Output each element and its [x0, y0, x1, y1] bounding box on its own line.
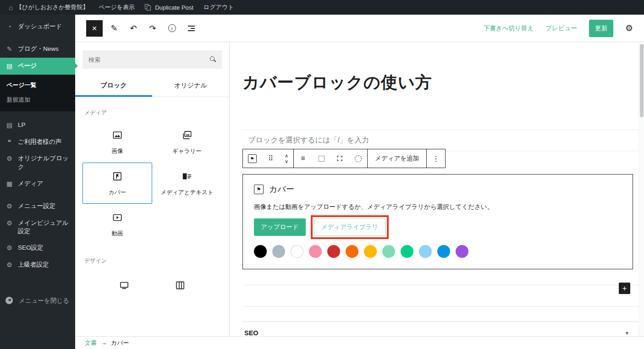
sidebar-item-original-block[interactable]: ⚙ オリジナルブロック	[0, 150, 75, 175]
close-icon: ×	[92, 23, 97, 33]
color-swatch-light-green[interactable]	[382, 245, 395, 258]
block-type-video[interactable]: 動画	[83, 204, 152, 245]
options-kebab-button[interactable]: ⋮	[427, 149, 445, 168]
color-swatch-gray[interactable]	[272, 245, 285, 258]
edit-mode-button[interactable]: ✎	[106, 20, 122, 37]
sidebar-item-testimonials[interactable]: ❝ ご利用者様の声	[0, 134, 75, 151]
duplicate-post-label: Duplicate Post	[155, 4, 193, 11]
block-type-gallery[interactable]: ギャラリー	[152, 121, 222, 163]
breadcrumb-current-block[interactable]: カバー	[111, 339, 129, 347]
sidebar-item-pages[interactable]: ▤ ページ	[0, 58, 75, 75]
sidebar-item-menu-settings[interactable]: ⚙ メニュー設定	[0, 198, 75, 215]
block-type-media-text[interactable]: メディアとテキスト	[152, 163, 222, 204]
color-swatch-orange[interactable]	[346, 245, 358, 258]
collapse-menu-button[interactable]: ◀ メニューを閉じる	[0, 293, 75, 309]
settings-gear-icon[interactable]: ⚙	[625, 23, 633, 33]
inner-width-icon	[319, 156, 325, 162]
full-height-toggle-button[interactable]	[330, 149, 349, 168]
color-swatch-pink[interactable]	[309, 245, 322, 258]
block-type-label: ギャラリー	[172, 147, 202, 156]
group-block-icon[interactable]	[118, 279, 130, 291]
pages-submenu: ページ一覧 新規追加	[0, 75, 75, 111]
site-menu[interactable]: ⌂ 【ひがしおおさか整骨院】	[4, 0, 94, 15]
upload-button[interactable]: アップロード	[254, 218, 306, 236]
redo-button[interactable]: ↷	[145, 20, 160, 37]
image-block-icon	[111, 129, 123, 141]
info-icon: i	[168, 24, 176, 32]
sidebar-item-label: SEO設定	[18, 244, 44, 252]
breadcrumb-document[interactable]: 文書	[85, 339, 97, 347]
preview-button[interactable]: プレビュー	[545, 24, 577, 33]
duotone-filter-button[interactable]	[349, 149, 367, 168]
block-type-cover[interactable]: カバー	[83, 163, 152, 204]
sidebar-item-label: 上級者設定	[18, 261, 49, 269]
block-appender[interactable]: +	[242, 285, 638, 307]
add-block-button[interactable]: +	[619, 283, 630, 294]
color-swatch-amber[interactable]	[364, 245, 377, 258]
submenu-item-add-new[interactable]: 新規追加	[0, 93, 75, 107]
add-media-button[interactable]: メディアを追加	[368, 154, 426, 163]
sidebar-item-main-visual-settings[interactable]: ⚙ メインビジュアル設定	[0, 215, 75, 240]
duplicate-post-icon	[145, 4, 152, 11]
cover-block-header: ⚑ カバー	[254, 184, 622, 195]
block-search-input[interactable]	[83, 50, 222, 69]
post-title-field[interactable]: カバーブロックの使い方	[242, 71, 638, 94]
admin-bar: ⌂ 【ひがしおおさか整骨院】 ページを表示 Duplicate Post ログア…	[0, 0, 644, 15]
media-library-button[interactable]: メディアライブラリ	[314, 218, 385, 236]
sidebar-item-label: ダッシュボード	[18, 22, 62, 31]
pages-icon: ▤	[6, 62, 13, 71]
move-down-icon[interactable]: ∨	[285, 158, 288, 164]
sidebar-item-lp[interactable]: ▤ LP	[0, 117, 75, 134]
color-swatch-green[interactable]	[401, 245, 413, 258]
tab-original[interactable]: オリジナル	[152, 75, 229, 97]
drag-handle[interactable]: ⠿	[261, 149, 280, 168]
submenu-item-page-list[interactable]: ページ一覧	[0, 78, 75, 93]
toolbar-group-options: ⋮	[427, 149, 445, 168]
color-swatch-black[interactable]	[254, 245, 267, 258]
duplicate-post-link[interactable]: Duplicate Post	[140, 0, 198, 15]
update-button[interactable]: 更新	[589, 20, 613, 37]
scrollbar-thumb[interactable]	[640, 44, 644, 117]
color-swatch-blue[interactable]	[437, 245, 450, 258]
sidebar-item-seo-settings[interactable]: ⚙ SEO設定	[0, 240, 75, 256]
cover-block-icon	[111, 170, 123, 182]
move-up-icon[interactable]: ∧	[285, 153, 288, 158]
toolbar-group-media: メディアを追加	[368, 149, 427, 168]
details-button[interactable]: i	[164, 20, 180, 37]
media-icon: ▦	[6, 180, 13, 188]
gear-icon: ⚙	[6, 154, 13, 163]
sidebar-item-dashboard[interactable]: ◔ ダッシュボード	[0, 18, 75, 35]
cover-icon: ⚑	[248, 154, 257, 163]
site-name: 【ひがしおおさか整骨院】	[16, 3, 88, 11]
block-type-image[interactable]: 画像	[83, 121, 152, 163]
sidebar-item-media[interactable]: ▦ メディア	[0, 175, 75, 192]
list-view-button[interactable]	[183, 20, 199, 37]
toolbar-group-block: ⚑ ⠿ ∧ ∨	[243, 149, 294, 168]
sidebar-item-advanced-settings[interactable]: ⚙ 上級者設定	[0, 256, 75, 273]
switch-to-draft-button[interactable]: 下書きへ切り替え	[484, 24, 534, 33]
sidebar-item-blog-news[interactable]: ✎ ブログ・News	[0, 41, 75, 58]
tab-blocks[interactable]: ブロック	[75, 75, 152, 97]
full-height-icon	[336, 155, 343, 162]
post-icon: ✎	[6, 45, 13, 54]
block-toolbar: ⚑ ⠿ ∧ ∨ ≡	[242, 149, 446, 168]
empty-paragraph-block[interactable]: ブロックを選択するには「/」を入力	[242, 130, 638, 151]
columns-block-icon[interactable]	[174, 279, 186, 291]
align-button[interactable]: ≡	[294, 149, 312, 168]
color-swatch-red[interactable]	[327, 245, 340, 258]
editor-header: × ✎ ↶ ↷ i 下書きへ切り替え プレビュー 更新 ⚙	[75, 15, 644, 42]
view-page-link[interactable]: ページを表示	[94, 0, 140, 15]
color-swatch-purple[interactable]	[456, 245, 468, 258]
sidebar-item-label: ブログ・News	[18, 45, 59, 53]
color-swatch-white[interactable]	[291, 245, 303, 258]
block-type-label: 動画	[112, 229, 123, 238]
block-breadcrumb-bar: 文書 → カバー	[75, 336, 644, 349]
logout-link[interactable]: ログアウト	[198, 0, 239, 15]
content-width-toggle-button[interactable]	[312, 149, 330, 168]
color-swatch-pale-blue[interactable]	[419, 245, 432, 258]
undo-button[interactable]: ↶	[126, 20, 141, 37]
seo-panel-header[interactable]: SEO ▼	[242, 322, 638, 336]
sidebar-item-label: メインビジュアル設定	[18, 219, 70, 235]
close-editor-button[interactable]: ×	[86, 20, 103, 37]
block-switcher-button[interactable]: ⚑	[243, 149, 261, 168]
